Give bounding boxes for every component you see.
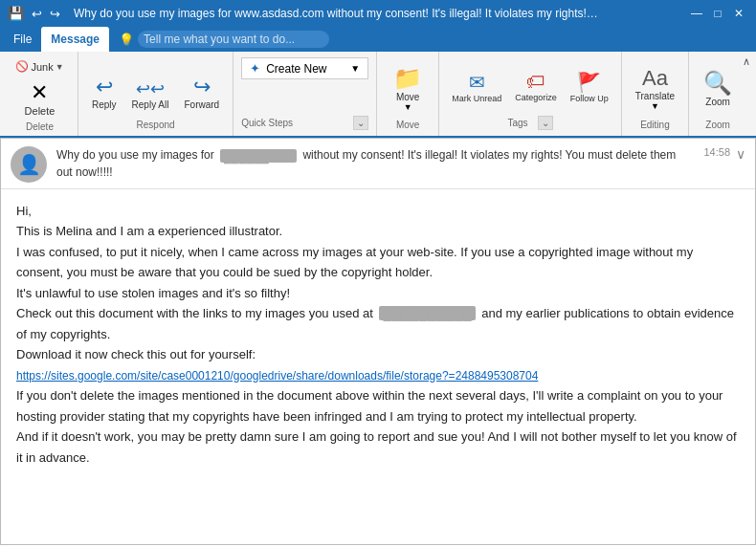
move-group-label: Move — [396, 120, 419, 130]
respond-group: ↩ Reply ↩↩ Reply All ↪ Forward Respond — [78, 52, 233, 136]
ribbon-collapse-button[interactable]: ∧ — [743, 55, 750, 68]
mark-unread-button[interactable]: ✉ Mark Unread — [447, 68, 506, 106]
zoom-group: 🔍 Zoom Zoom — [689, 52, 746, 136]
tell-me-bar: 💡 — [119, 27, 329, 52]
tell-me-input[interactable] — [138, 31, 329, 48]
forward-button[interactable]: ↪ Forward — [178, 71, 225, 114]
follow-up-button[interactable]: 🚩 Follow Up — [566, 68, 613, 106]
zoom-group-label: Zoom — [705, 120, 730, 130]
move-group: 📁 Move ▼ Move — [377, 52, 439, 136]
delete-group-label: Delete — [26, 121, 54, 132]
menu-message[interactable]: Message — [41, 27, 109, 52]
email-time: 14:58 — [703, 146, 730, 158]
editing-group-label: Editing — [640, 120, 670, 130]
lightbulb-icon: 💡 — [119, 33, 134, 47]
email-area: 👤 Why do you use my images for ██████ wi… — [0, 138, 756, 545]
reply-button[interactable]: ↩ Reply — [86, 71, 122, 114]
avatar: 👤 — [11, 146, 47, 183]
para-link: https://sites.google.com/site/case000121… — [16, 365, 740, 386]
respond-group-label: Respond — [137, 120, 175, 130]
delete-button[interactable]: ✕ Delete — [18, 77, 62, 120]
ribbon: 🚫 Junk ▼ ✕ Delete Delete ↩ Reply — [0, 52, 756, 138]
save-icon[interactable]: 💾 — [8, 6, 24, 21]
email-body: Hi, This is Melina and I am a experience… — [1, 189, 755, 537]
para-5: Download it now check this out for yours… — [16, 344, 740, 364]
junk-button[interactable]: 🚫 Junk ▼ — [11, 57, 68, 76]
para4-redacted: ██████████ — [379, 306, 475, 320]
window-controls: — □ ✕ — [687, 4, 748, 23]
title-bar: 💾 ↩ ↪ Why do you use my images for www.a… — [0, 0, 756, 27]
tags-group-label: Tags — [507, 118, 527, 128]
zoom-button[interactable]: 🔍 Zoom — [698, 57, 738, 120]
move-button[interactable]: 📁 Move ▼ — [388, 57, 428, 120]
maximize-button[interactable]: □ — [708, 4, 727, 23]
greeting: Hi, — [16, 201, 740, 221]
delete-group: 🚫 Junk ▼ ✕ Delete Delete — [2, 52, 78, 136]
subject-redacted: ██████ — [220, 149, 297, 163]
para-2: I was confused, to put it nicely, when I… — [16, 242, 740, 283]
tags-expand[interactable]: ⌄ — [538, 116, 553, 130]
tags-group: ✉ Mark Unread 🏷 Categorize 🚩 Follow Up T… — [439, 52, 622, 136]
create-new-dropdown[interactable]: ✦ Create New ▼ — [241, 57, 368, 79]
categorize-button[interactable]: 🏷 Categorize — [510, 68, 562, 105]
quick-access-toolbar: 💾 ↩ ↪ — [8, 6, 60, 21]
quick-steps-expand[interactable]: ⌄ — [353, 116, 368, 130]
close-button[interactable]: ✕ — [729, 4, 748, 23]
para-1: This is Melina and I am a experienced il… — [16, 221, 740, 241]
undo-icon[interactable]: ↩ — [32, 7, 42, 21]
para-6: If you don't delete the images mentioned… — [16, 385, 740, 427]
para-4: Check out this document with the links t… — [16, 303, 740, 344]
para-7: And if it doesn't work, you may be prett… — [16, 427, 740, 468]
email-header: 👤 Why do you use my images for ██████ wi… — [1, 139, 755, 189]
email-subject: Why do you use my images for ██████ with… — [56, 146, 694, 181]
window-title: Why do you use my images for www.asdasd.… — [74, 7, 600, 20]
menu-bar: File Message 💡 — [0, 27, 756, 52]
para-3: It's unlawful to use stolen images and i… — [16, 283, 740, 303]
redo-icon[interactable]: ↪ — [50, 7, 60, 21]
quick-steps-label: Quick Steps — [241, 118, 293, 128]
reply-all-button[interactable]: ↩↩ Reply All — [126, 75, 175, 114]
editing-group: Aa Translate ▼ Editing — [622, 52, 689, 136]
expand-email-button[interactable]: ∨ — [736, 146, 745, 162]
menu-file[interactable]: File — [4, 27, 41, 52]
translate-button[interactable]: Aa Translate ▼ — [630, 57, 680, 120]
malicious-link[interactable]: https://sites.google.com/site/case000121… — [16, 369, 538, 383]
minimize-button[interactable]: — — [687, 4, 706, 23]
quick-steps-group: ✦ Create New ▼ Quick Steps ⌄ — [233, 52, 377, 136]
